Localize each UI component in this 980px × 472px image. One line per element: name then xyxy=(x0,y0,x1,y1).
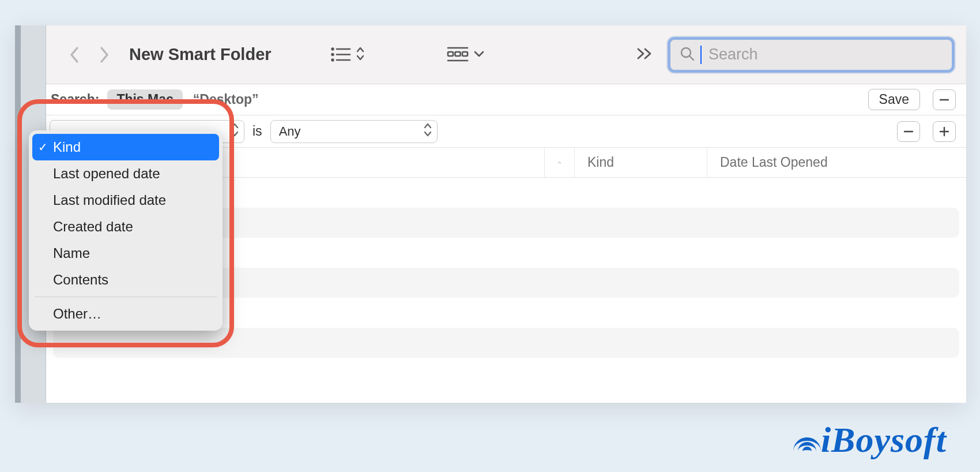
criteria-add-button[interactable] xyxy=(933,121,956,142)
criteria-remove-button[interactable] xyxy=(897,121,920,142)
svg-point-4 xyxy=(331,59,333,61)
criteria-value-select[interactable]: Any xyxy=(270,120,438,143)
save-button[interactable]: Save xyxy=(868,89,920,110)
search-icon xyxy=(680,46,695,63)
nav-forward-button[interactable] xyxy=(100,46,110,63)
list-row xyxy=(53,328,959,358)
search-caret xyxy=(700,46,702,64)
stepper-icon xyxy=(356,46,365,63)
search-input[interactable] xyxy=(708,46,943,63)
dropdown-item-contents[interactable]: Contents xyxy=(32,267,219,293)
chevron-down-icon xyxy=(473,50,485,60)
toolbar: New Smart Folder xyxy=(46,25,966,84)
stepper-icon xyxy=(423,122,432,141)
dropdown-item-created-date[interactable]: Created date xyxy=(32,213,219,240)
toolbar-overflow-button[interactable] xyxy=(636,46,654,64)
window-title: New Smart Folder xyxy=(129,45,272,64)
view-list-button[interactable] xyxy=(327,43,368,67)
dropdown-separator xyxy=(35,297,217,297)
remove-criteria-button[interactable] xyxy=(933,89,956,110)
group-view-icon xyxy=(447,46,469,63)
search-field-wrap[interactable] xyxy=(668,37,955,73)
criteria-value-text: Any xyxy=(279,124,301,139)
check-icon: ✓ xyxy=(38,140,48,154)
dropdown-item-last-opened-date[interactable]: Last opened date xyxy=(32,160,219,187)
column-kind[interactable]: Kind xyxy=(574,148,707,177)
scope-label: Search: xyxy=(51,92,99,107)
list-row xyxy=(46,358,966,388)
attribute-dropdown: ✓ Kind Last opened date Last modified da… xyxy=(29,130,223,331)
scope-this-mac[interactable]: This Mac xyxy=(107,89,182,110)
nav-back-button[interactable] xyxy=(69,46,79,63)
brand-watermark: iBoysoft xyxy=(791,419,947,460)
dropdown-item-last-modified-date[interactable]: Last modified date xyxy=(32,187,219,213)
view-group-button[interactable] xyxy=(443,43,488,67)
nav-arrows xyxy=(69,46,110,63)
brand-text: iBoysoft xyxy=(821,419,947,460)
dropdown-item-name[interactable]: Name xyxy=(32,240,219,267)
svg-rect-8 xyxy=(455,52,460,56)
brand-wifi-icon xyxy=(791,419,823,451)
criteria-is-label: is xyxy=(252,123,262,139)
sort-indicator[interactable] xyxy=(544,148,574,177)
search-scope-bar: Search: This Mac “Desktop” Save xyxy=(46,84,966,115)
column-date-last-opened[interactable]: Date Last Opened xyxy=(707,148,955,177)
dropdown-item-other[interactable]: Other… xyxy=(32,301,219,327)
stepper-icon xyxy=(230,122,239,141)
svg-rect-7 xyxy=(448,52,453,56)
svg-point-2 xyxy=(331,54,333,55)
svg-line-12 xyxy=(689,56,693,60)
svg-rect-9 xyxy=(462,52,468,56)
scope-desktop[interactable]: “Desktop” xyxy=(193,92,259,107)
list-view-icon xyxy=(330,47,351,62)
dropdown-item-kind[interactable]: ✓ Kind xyxy=(32,134,219,160)
svg-point-0 xyxy=(331,48,333,50)
